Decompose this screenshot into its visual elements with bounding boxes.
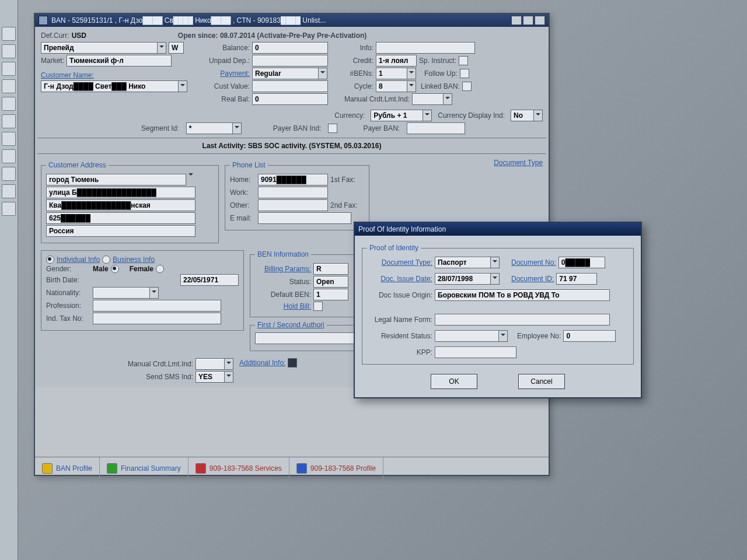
home-value[interactable]: 9091██████ <box>258 174 328 186</box>
doc-no-value[interactable]: 0█████ <box>558 257 605 268</box>
ok-button[interactable]: OK <box>431 374 477 389</box>
plan-select[interactable]: Препейд <box>41 42 166 54</box>
close-button[interactable] <box>535 16 545 25</box>
chevron-down-icon[interactable] <box>407 80 416 92</box>
chevron-down-icon[interactable] <box>499 330 508 342</box>
toolbar-icon[interactable] <box>2 184 16 198</box>
chevron-down-icon[interactable] <box>319 68 327 79</box>
birth-date-value[interactable]: 22/05/1971 <box>180 274 239 286</box>
tab-financial-summary[interactable]: Financial Summary <box>100 457 189 480</box>
cust-value-label: Cust Value: <box>198 82 250 90</box>
doc-id-label[interactable]: Document ID: <box>511 275 554 283</box>
legal-name-value[interactable] <box>435 314 610 326</box>
chevron-down-icon[interactable] <box>225 371 233 383</box>
sp-instruct-checkbox[interactable] <box>459 56 468 65</box>
email-value[interactable] <box>258 212 351 224</box>
doc-id-value[interactable]: 71 97 <box>556 273 597 285</box>
female-radio[interactable] <box>156 265 164 273</box>
balance-value: 0 <box>252 42 328 54</box>
tab-services[interactable]: 909-183-7568 Services <box>189 457 289 480</box>
chevron-down-icon[interactable] <box>150 287 159 299</box>
toolbar-icon[interactable] <box>2 114 16 128</box>
auth-field[interactable] <box>255 332 354 344</box>
ban-titlebar[interactable]: BAN - 525915131/1 , Г-н Дзо████ Св████ Н… <box>35 14 549 27</box>
doc-type-label[interactable]: Document Type: <box>367 258 432 267</box>
chevron-down-icon[interactable] <box>158 42 166 54</box>
toolbar-icon[interactable] <box>2 167 16 181</box>
issue-date-select[interactable]: 28/07/1998 <box>435 273 500 285</box>
employee-no-value[interactable]: 0 <box>563 330 616 342</box>
issue-date-label[interactable]: Doc. Issue Date: <box>367 275 432 283</box>
open-since: Open since: 08.07.2014 (Activate-Pre-Pay… <box>178 32 366 40</box>
toolbar-icon[interactable] <box>2 44 16 58</box>
individual-radio[interactable]: Individual Info <box>46 256 100 264</box>
toolbar-icon[interactable] <box>2 27 16 41</box>
document-type-link[interactable]: Document Type <box>494 159 543 167</box>
tab-profile[interactable]: 909-183-7568 Profile <box>289 457 383 480</box>
doc-no-label[interactable]: Document No: <box>511 258 556 267</box>
segment-select[interactable]: * <box>186 123 242 134</box>
toolbar-icon[interactable] <box>2 149 16 163</box>
profession-value[interactable] <box>93 300 221 312</box>
toolbar-icon[interactable] <box>2 132 16 146</box>
nationality-select[interactable] <box>93 287 159 299</box>
tab-ban-profile[interactable]: BAN Profile <box>35 457 100 480</box>
ind-tax-value[interactable] <box>93 313 221 324</box>
maximize-button[interactable] <box>523 16 533 25</box>
send-sms-value: YES <box>196 371 225 383</box>
payer-ban-ind-checkbox[interactable] <box>328 124 337 133</box>
manual-crdt-select[interactable] <box>412 93 452 105</box>
resident-status-select[interactable] <box>435 330 508 342</box>
toolbar-icon[interactable] <box>2 202 16 216</box>
payer-ban-value[interactable] <box>407 123 465 134</box>
segment-label: Segment Id: <box>141 124 179 132</box>
work-value[interactable] <box>258 187 328 198</box>
chevron-down-icon[interactable] <box>491 273 500 285</box>
additional-info-label[interactable]: Additional Info: <box>239 359 285 367</box>
cycle-select[interactable]: 8 <box>376 80 416 92</box>
chevron-down-icon[interactable] <box>491 257 500 268</box>
kpp-value[interactable] <box>435 346 516 358</box>
toolbar-icon[interactable] <box>2 79 16 93</box>
curr-disp-select[interactable]: No <box>511 110 543 121</box>
manual-crdt-select2[interactable] <box>196 358 233 370</box>
chevron-down-icon[interactable] <box>225 358 233 370</box>
bens-select[interactable]: 1 <box>376 68 416 79</box>
issue-origin-value[interactable]: Боровским ПОМ То в РОВД УВД То <box>435 289 610 301</box>
first-second-auth-legend[interactable]: First / Second Authori <box>255 321 327 329</box>
business-radio[interactable]: Business Info <box>102 256 155 264</box>
customer-name-label[interactable]: Customer Name: <box>41 71 94 79</box>
toolbar-icon[interactable] <box>2 97 16 111</box>
minimize-button[interactable] <box>511 16 522 25</box>
additional-info-checkbox[interactable] <box>288 358 297 368</box>
chevron-down-icon[interactable] <box>233 123 242 134</box>
customer-name-select[interactable]: Г-н Дзод████ Свет███ Нико <box>41 80 187 92</box>
currency-select[interactable]: Рубль + 1 <box>371 110 432 121</box>
payer-ban-label: Payer BAN: <box>363 124 400 132</box>
billing-params-label[interactable]: Billing Params: <box>255 265 311 273</box>
real-bal-label: Real Bal: <box>198 95 250 103</box>
chevron-down-icon[interactable] <box>179 80 187 92</box>
bens-label: #BENs: <box>344 69 374 78</box>
hold-bill-checkbox[interactable] <box>313 302 323 311</box>
issue-origin-label: Doc Issue Origin: <box>367 291 432 299</box>
male-radio[interactable] <box>111 265 119 273</box>
proof-of-identity-legend: Proof of Identity <box>367 244 421 252</box>
linked-ban-checkbox[interactable] <box>462 82 472 91</box>
app-toolbar <box>0 0 18 560</box>
send-sms-select[interactable]: YES <box>196 371 233 383</box>
chevron-down-icon[interactable] <box>189 176 193 184</box>
chevron-down-icon[interactable] <box>444 93 452 105</box>
chevron-down-icon[interactable] <box>423 110 432 121</box>
follow-up-checkbox[interactable] <box>460 69 469 78</box>
chevron-down-icon[interactable] <box>407 68 416 79</box>
toolbar-icon[interactable] <box>2 62 16 76</box>
payment-label[interactable]: Payment: <box>198 69 250 78</box>
other-value[interactable] <box>258 200 328 211</box>
cancel-button[interactable]: Cancel <box>518 374 565 389</box>
modal-titlebar[interactable]: Proof Of Identity Information <box>355 223 641 236</box>
doc-type-select[interactable]: Паспорт <box>435 257 500 268</box>
hold-bill-label[interactable]: Hold Bill: <box>255 302 311 310</box>
payment-select[interactable]: Regular <box>252 68 327 79</box>
chevron-down-icon[interactable] <box>534 110 543 121</box>
